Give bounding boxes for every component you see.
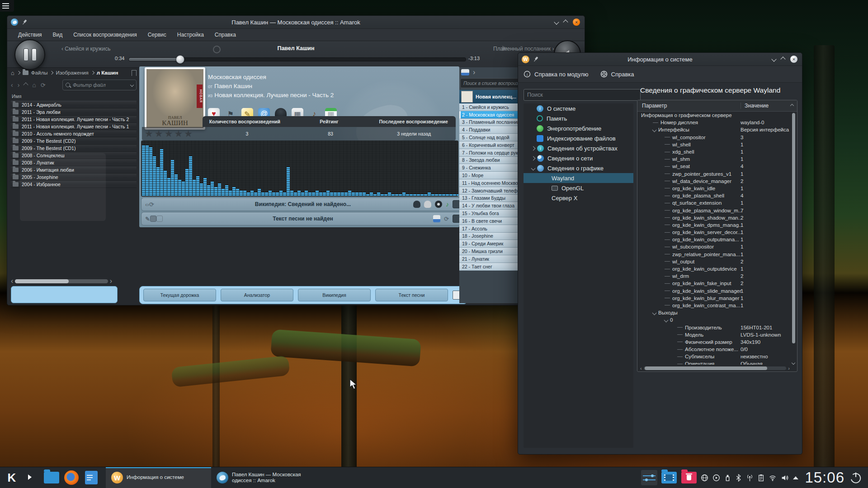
kde-menu-icon[interactable]: K	[4, 469, 20, 486]
pause-button[interactable]	[14, 39, 45, 70]
back-icon[interactable]: ‹	[11, 81, 13, 89]
settings-icon[interactable]	[453, 200, 459, 208]
module-help-button[interactable]: i Справка по модулю	[524, 70, 589, 78]
table-row[interactable]: org_kde_kwin_fake_input2	[637, 280, 791, 287]
menubar-item[interactable]: Настройка	[173, 30, 208, 40]
table-row[interactable]: Физический размер340x190	[637, 338, 791, 346]
minimize-icon[interactable]	[554, 19, 559, 24]
minimize-icon[interactable]	[771, 56, 776, 61]
folder-row[interactable]: 2011 - Новая коллекция. Лучшие песни - Ч…	[11, 123, 137, 130]
table-row[interactable]: wl_shm1	[637, 155, 791, 163]
table-row[interactable]: ИнтерфейсыВерсия интерфейса	[637, 126, 791, 133]
table-row[interactable]: Выходы	[637, 309, 791, 316]
menubar-item[interactable]: Вид	[48, 30, 67, 40]
help-button[interactable]: Справка	[600, 70, 634, 78]
breadcrumb-current[interactable]: л Кашин	[97, 70, 118, 75]
applet-tab-1[interactable]: Текущая дорожка	[143, 289, 216, 301]
breadcrumb-root[interactable]: Файлы	[31, 70, 48, 75]
composer-icon[interactable]	[424, 201, 431, 208]
refresh-icon[interactable]: ⟳	[444, 216, 449, 222]
table-row[interactable]: wl_output2	[637, 258, 791, 265]
table-row[interactable]: xdg_shell1	[637, 148, 791, 155]
spectrum-analyzer[interactable]	[141, 141, 458, 197]
wifi-icon[interactable]	[769, 474, 777, 482]
sidebar-item-индексирование-файлов[interactable]: Индексирование файлов	[524, 133, 633, 143]
table-row[interactable]: Абсолютное положе...0/0	[637, 346, 791, 353]
menubar-item[interactable]: Сервис	[143, 30, 171, 40]
expander-icon[interactable]	[652, 310, 657, 315]
sidebar-item-opengl[interactable]: OpenGL	[524, 183, 633, 193]
expander-icon[interactable]	[652, 128, 657, 132]
close-icon[interactable]: ×	[790, 56, 797, 63]
sidebar-item-сведения-об-устройствах[interactable]: iСведения об устройствах	[524, 143, 633, 153]
expand-icon[interactable]: ›	[473, 68, 475, 76]
artist-icon[interactable]	[413, 201, 420, 208]
table-row[interactable]: org_kde_kwin_slide_manager1	[637, 287, 791, 295]
folder-row[interactable]: 2011 - Новая коллекция. Лучшие песни - Ч…	[11, 116, 137, 123]
table-row[interactable]: wl_seat4	[637, 163, 791, 170]
home-nav-icon[interactable]: ⌂	[32, 81, 36, 89]
table-row[interactable]: wl_shell1	[637, 141, 791, 148]
maximize-icon[interactable]	[563, 19, 568, 24]
amarok-titlebar[interactable]: Павел Кашин — Московская одиссея :: Amar…	[7, 16, 585, 29]
expander-icon[interactable]	[664, 318, 669, 322]
track-note-icon[interactable]: ♪	[446, 201, 449, 208]
table-vscrollbar[interactable]	[792, 112, 796, 364]
sidebar-item-сведения-о-графике[interactable]: Сведения о графике	[524, 163, 633, 173]
sidebar-item-сервер-x[interactable]: Сервер X	[524, 193, 633, 203]
forward-icon[interactable]: ›	[18, 81, 20, 89]
table-header[interactable]: Параметр Значение	[637, 100, 797, 112]
table-row[interactable]: 0	[637, 316, 791, 324]
pin-icon[interactable]	[532, 56, 540, 63]
sidebar-item-о-системе[interactable]: iО системе	[524, 103, 633, 113]
table-row[interactable]: wl_data_device_manager2	[637, 178, 791, 185]
table-row[interactable]: Производитель156HT01-201	[637, 324, 791, 331]
task-amarok[interactable]: Павел Кашин — Московская одиссея :: Amar…	[211, 467, 316, 488]
folder-row[interactable]: 2010 - Ассоль немного подождет	[11, 130, 137, 137]
column-header-name[interactable]: Имя	[11, 92, 137, 101]
antenna-icon[interactable]	[746, 474, 754, 482]
lyrics-table-icon[interactable]	[433, 215, 440, 222]
table-row[interactable]: org_kde_plasma_window_m...7	[637, 206, 791, 214]
video-folder-icon[interactable]	[661, 469, 677, 486]
table-row[interactable]: Субпикселынеизвестно	[637, 353, 791, 360]
refresh-icon[interactable]: ⟳	[41, 82, 46, 89]
sidebar-item-wayland[interactable]: Wayland	[524, 173, 633, 183]
sidebar-item-энергопотребление[interactable]: Энергопотребление	[524, 123, 633, 133]
browser-dock-bar[interactable]	[11, 286, 118, 303]
module-search-input[interactable]: Поиск	[524, 89, 641, 101]
settings-icon[interactable]	[453, 215, 459, 223]
clipboard-icon[interactable]	[758, 474, 764, 482]
sidebar-item-память[interactable]: Память	[524, 113, 633, 123]
desktop-toolbox-icon[interactable]	[0, 0, 14, 12]
tray-expand-icon[interactable]	[793, 476, 798, 479]
table-hscrollbar[interactable]: ‹ ›	[640, 366, 790, 371]
table-row[interactable]: org_kde_kwin_server_decor...1	[637, 229, 791, 236]
home-icon[interactable]: ⌂	[11, 70, 14, 76]
task-infocenter[interactable]: W Информация о системе	[106, 467, 211, 488]
bluetooth-icon[interactable]	[735, 474, 742, 482]
table-row[interactable]: zwp_relative_pointer_mana...1	[637, 251, 791, 258]
table-row[interactable]: qt_surface_extension1	[637, 199, 791, 206]
progress-slider[interactable]	[128, 57, 466, 61]
wikipedia-applet-bar[interactable]: ‹ › ⟳ Википедия: Сведений не найдено... …	[141, 197, 459, 211]
table-row[interactable]: org_kde_kwin_outputmana...1	[637, 236, 791, 243]
folder-icon[interactable]	[43, 469, 60, 486]
media-player-icon[interactable]	[712, 474, 720, 482]
chevron-down-icon[interactable]	[130, 83, 134, 87]
expander-icon[interactable]	[531, 156, 536, 160]
table-row[interactable]: zwp_pointer_gestures_v11	[637, 170, 791, 178]
bookmark-icon[interactable]	[132, 70, 137, 76]
album-icon[interactable]	[435, 201, 442, 208]
playlist-mode-icon[interactable]	[461, 69, 469, 75]
table-row[interactable]: org_kde_kwin_contrast_ma...1	[637, 302, 791, 309]
track-title[interactable]: Московская одиссея	[208, 74, 334, 80]
up-icon[interactable]	[24, 82, 28, 87]
table-row[interactable]: МодельLVDS-1-unknown	[637, 331, 791, 338]
expander-icon[interactable]	[531, 166, 536, 170]
expander-icon[interactable]	[531, 146, 536, 150]
folder-row[interactable]: 2011 - Эра любви	[11, 108, 137, 116]
settings-sliders-icon[interactable]	[641, 469, 657, 486]
browser-hscrollbar[interactable]: ‹ ›	[11, 277, 112, 285]
volume-icon[interactable]	[781, 474, 789, 482]
